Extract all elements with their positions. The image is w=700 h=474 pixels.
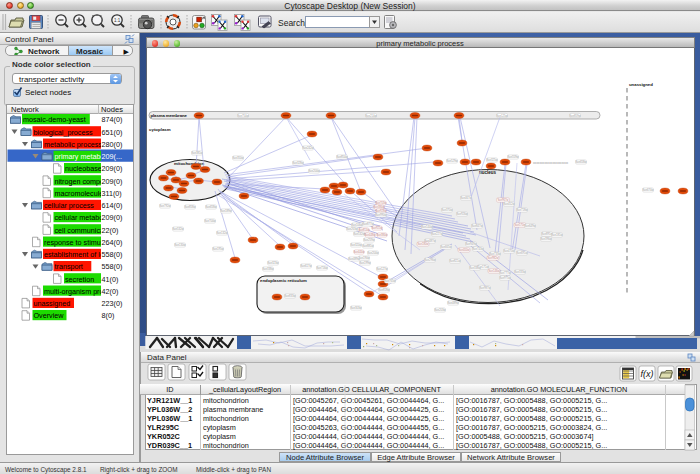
svg-text:establishment of lo: establishment of lo	[44, 250, 104, 259]
svg-text:Sce859w: Sce859w	[569, 114, 580, 118]
svg-text:Overview: Overview	[34, 311, 65, 320]
svg-text:Sce982w: Sce982w	[487, 256, 498, 260]
svg-text:614(0): 614(0)	[102, 201, 123, 210]
svg-text:209(0): 209(0)	[102, 164, 123, 173]
svg-text:Sce617w: Sce617w	[300, 264, 311, 268]
svg-text:Sce189w: Sce189w	[220, 209, 231, 213]
svg-text:Sce350w: Sce350w	[232, 156, 243, 160]
svg-text:Sce106w: Sce106w	[351, 223, 362, 227]
svg-text:Sce242w: Sce242w	[302, 146, 313, 150]
svg-text:8(0): 8(0)	[102, 311, 115, 320]
svg-text:Sce881w: Sce881w	[362, 244, 373, 248]
svg-text:209(0): 209(0)	[102, 177, 123, 186]
svg-text:Sce987w: Sce987w	[479, 286, 490, 290]
svg-text:Sce847w: Sce847w	[471, 224, 482, 228]
svg-text:223(0): 223(0)	[102, 299, 123, 308]
svg-text:biological_process: biological_process	[34, 128, 94, 137]
svg-text:Sce658w: Sce658w	[575, 160, 586, 164]
svg-text:Sce559w: Sce559w	[507, 155, 518, 159]
svg-text:Sce384w: Sce384w	[373, 205, 384, 209]
svg-text:secretion: secretion	[65, 275, 94, 284]
svg-text:Sce833w: Sce833w	[284, 294, 295, 298]
svg-text:unassigned: unassigned	[34, 299, 71, 308]
svg-text:cell communicat: cell communicat	[55, 226, 107, 235]
svg-text:Sce691w: Sce691w	[516, 251, 527, 255]
svg-text:Sce718w: Sce718w	[516, 208, 527, 212]
svg-text:nucleus: nucleus	[479, 170, 497, 175]
svg-text:Sce400w: Sce400w	[458, 248, 469, 252]
svg-text:Sce323w: Sce323w	[267, 261, 278, 265]
svg-text:280(0): 280(0)	[102, 140, 123, 149]
svg-text:874(0): 874(0)	[102, 115, 123, 124]
svg-text:Sce716w: Sce716w	[316, 266, 327, 270]
svg-text:Sce489w: Sce489w	[348, 257, 359, 261]
svg-text:209(0): 209(0)	[102, 213, 123, 222]
svg-text:41(0): 41(0)	[102, 275, 119, 284]
svg-text:Sce733w: Sce733w	[489, 252, 500, 256]
svg-text:Sce338w: Sce338w	[262, 267, 273, 271]
svg-text:Sce181w: Sce181w	[551, 233, 562, 237]
svg-text:Sce204w: Sce204w	[308, 169, 319, 173]
svg-text:endoplasmic reticulum: endoplasmic reticulum	[260, 278, 307, 283]
svg-text:Sce990w: Sce990w	[375, 213, 386, 217]
svg-text:Sce704w: Sce704w	[204, 219, 215, 223]
svg-text:mosaic-demo-yeast: mosaic-demo-yeast	[23, 115, 86, 124]
svg-text:Sce754w: Sce754w	[237, 114, 248, 118]
svg-text:Sce227w: Sce227w	[431, 232, 442, 236]
svg-text:Sce180w: Sce180w	[417, 242, 428, 246]
svg-text:nitrogen compo: nitrogen compo	[55, 177, 105, 186]
svg-text:Sce333w: Sce333w	[514, 270, 525, 274]
svg-text:Sce532w: Sce532w	[353, 232, 364, 236]
svg-text:cellular metabo: cellular metabo	[55, 213, 104, 222]
svg-text:Sce975w: Sce975w	[499, 276, 510, 280]
svg-text:Sce204w: Sce204w	[367, 251, 378, 255]
svg-text:Sce532w: Sce532w	[172, 227, 183, 231]
svg-text:Sce467w: Sce467w	[460, 196, 471, 200]
svg-text:Sce199w: Sce199w	[359, 261, 370, 265]
svg-text:Sce765w: Sce765w	[384, 279, 395, 283]
svg-text:response to stimul: response to stimul	[44, 238, 103, 247]
svg-text:Sce384w: Sce384w	[376, 233, 387, 237]
svg-text:Sce296w: Sce296w	[424, 258, 435, 262]
svg-text:Sce144w: Sce144w	[421, 225, 432, 229]
svg-text:Sce777w: Sce777w	[499, 271, 510, 275]
svg-text:311(0): 311(0)	[102, 189, 122, 198]
svg-text:Sce325w: Sce325w	[486, 158, 497, 162]
svg-text:Sce214w: Sce214w	[365, 114, 376, 118]
svg-text:209(...: 209(...	[102, 152, 122, 161]
svg-text:Sce328w: Sce328w	[292, 161, 303, 165]
svg-text:Sce448w: Sce448w	[364, 233, 375, 237]
svg-text:651(0): 651(0)	[102, 128, 123, 137]
svg-text:Sce928w: Sce928w	[375, 209, 386, 213]
svg-text:Sce665w: Sce665w	[440, 245, 451, 249]
svg-text:Sce674w: Sce674w	[642, 188, 653, 192]
svg-text:Sce303w: Sce303w	[350, 306, 361, 310]
svg-text:Sce338w: Sce338w	[469, 266, 480, 270]
svg-text:Sce320w: Sce320w	[350, 243, 361, 247]
svg-text:plasma membrane: plasma membrane	[151, 113, 188, 118]
svg-text:multi-organism pro: multi-organism pro	[44, 287, 104, 296]
svg-text:Sce818w: Sce818w	[378, 288, 389, 292]
svg-text:Sce649w: Sce649w	[524, 224, 535, 228]
svg-text:Sce130w: Sce130w	[174, 243, 185, 247]
svg-text:Sce444w: Sce444w	[353, 250, 364, 254]
svg-text:Sce259w: Sce259w	[363, 238, 374, 242]
svg-text:22(0): 22(0)	[102, 226, 119, 235]
svg-text:558(0): 558(0)	[102, 262, 123, 271]
svg-text:Sce877w: Sce877w	[362, 222, 373, 226]
svg-text:Sce203w: Sce203w	[434, 308, 445, 312]
svg-text:558(0): 558(0)	[102, 250, 123, 259]
svg-text:Sce703w: Sce703w	[375, 201, 386, 205]
svg-text:Sce125w: Sce125w	[496, 114, 507, 118]
svg-text:macromolecule: macromolecule	[55, 189, 104, 198]
svg-text:Sce658w: Sce658w	[205, 205, 216, 209]
svg-text:Sce370w: Sce370w	[441, 208, 452, 212]
svg-text:Sce452w: Sce452w	[503, 202, 514, 206]
svg-text:Sce132w: Sce132w	[216, 231, 227, 235]
svg-text:Sce858w: Sce858w	[184, 205, 195, 209]
svg-text:Sce396w: Sce396w	[540, 237, 551, 241]
svg-text:Sce854w: Sce854w	[336, 155, 347, 159]
svg-text:42(0): 42(0)	[102, 287, 119, 296]
svg-text:Sce470w: Sce470w	[503, 249, 514, 253]
svg-text:metabolic process: metabolic process	[44, 140, 102, 149]
